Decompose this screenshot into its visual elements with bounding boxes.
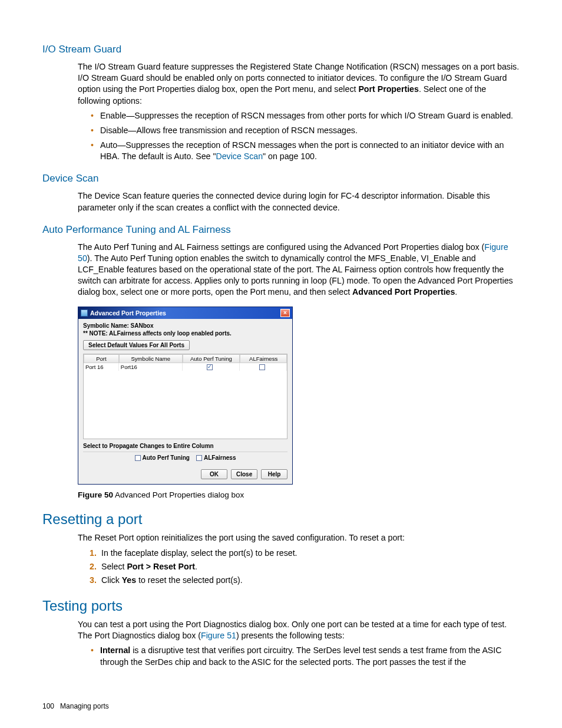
cell-alfairness bbox=[240, 363, 287, 371]
advanced-port-properties-bold: Advanced Port Properties bbox=[352, 287, 455, 297]
heading-testing-ports: Testing ports bbox=[42, 598, 520, 614]
resetting-steps: In the faceplate display, select the por… bbox=[90, 548, 520, 587]
close-button[interactable]: Close bbox=[231, 469, 257, 479]
dialog-titlebar: Advanced Port Properties × bbox=[78, 307, 292, 319]
device-scan-link[interactable]: Device Scan bbox=[216, 151, 263, 161]
col-header-port[interactable]: Port bbox=[84, 354, 119, 363]
cell-auto-perf-tuning bbox=[183, 363, 240, 371]
propagate-auto-perf-label: Auto Perf Tuning bbox=[143, 454, 190, 461]
device-scan-body: The Device Scan feature queries the conn… bbox=[78, 190, 520, 213]
step-item: In the faceplate display, select the por… bbox=[90, 548, 520, 559]
page-footer: 100Managing ports bbox=[42, 702, 109, 710]
testing-body: You can test a port using the Port Diagn… bbox=[78, 619, 520, 668]
device-scan-para: The Device Scan feature queries the conn… bbox=[78, 190, 520, 213]
col-header-alfairness[interactable]: ALFairness bbox=[240, 354, 287, 363]
step-item: Select Port > Reset Port. bbox=[90, 561, 520, 572]
text-span: is a disruptive test that verifies port … bbox=[100, 645, 502, 666]
heading-resetting-a-port: Resetting a port bbox=[42, 511, 520, 528]
dialog-body: Symbolic Name: SANbox ** NOTE: ALFairnes… bbox=[78, 319, 292, 485]
select-defaults-button[interactable]: Select Default Values For All Ports bbox=[83, 340, 190, 350]
col-header-symbolic-name[interactable]: Symbolic Name bbox=[119, 354, 183, 363]
dialog-title-text: Advanced Port Properties bbox=[90, 309, 166, 317]
table-header-row: Port Symbolic Name Auto Perf Tuning ALFa… bbox=[84, 354, 287, 363]
propagate-auto-perf-checkbox[interactable] bbox=[135, 455, 141, 461]
heading-device-scan: Device Scan bbox=[42, 173, 520, 185]
list-item: Auto—Suppresses the reception of RSCN me… bbox=[91, 140, 520, 162]
dialog-figure-container: Advanced Port Properties × Symbolic Name… bbox=[78, 307, 520, 485]
footer-section: Managing ports bbox=[60, 702, 109, 710]
io-stream-guard-para: The I/O Stream Guard feature suppresses … bbox=[78, 61, 520, 107]
testing-list: Internal is a disruptive test that verif… bbox=[91, 645, 520, 667]
alfairness-checkbox[interactable] bbox=[259, 364, 265, 370]
ports-table: Port Symbolic Name Auto Perf Tuning ALFa… bbox=[83, 354, 287, 439]
auto-perf-tuning-checkbox[interactable] bbox=[207, 364, 213, 370]
table-empty-area bbox=[84, 371, 287, 439]
cell-symbolic-name: Port16 bbox=[119, 363, 183, 371]
figure-text: Advanced Port Properties dialog box bbox=[113, 490, 244, 499]
auto-perf-body: The Auto Perf Tuning and AL Fairness set… bbox=[78, 242, 520, 298]
figure-51-link[interactable]: Figure 51 bbox=[201, 631, 236, 640]
table-row: Port 16 Port16 bbox=[84, 363, 287, 371]
internal-bold: Internal bbox=[100, 645, 130, 655]
text-span: . bbox=[195, 562, 197, 571]
page-number: 100 bbox=[42, 702, 54, 710]
heading-io-stream-guard: I/O Stream Guard bbox=[42, 44, 520, 55]
text-span: . bbox=[455, 287, 457, 297]
advanced-port-properties-dialog: Advanced Port Properties × Symbolic Name… bbox=[78, 307, 293, 485]
text-span: Click bbox=[101, 575, 122, 585]
io-stream-guard-list: Enable—Suppresses the reception of RSCN … bbox=[91, 110, 520, 163]
list-item: Disable—Allows free transmission and rec… bbox=[91, 125, 520, 136]
menu-path-bold: Port > Reset Port bbox=[127, 562, 195, 571]
close-icon[interactable]: × bbox=[280, 309, 290, 317]
yes-bold: Yes bbox=[122, 575, 136, 585]
text-span: Select bbox=[101, 562, 127, 571]
io-stream-guard-body: The I/O Stream Guard feature suppresses … bbox=[78, 61, 520, 162]
resetting-intro: The Reset Port option reinitializes the … bbox=[78, 532, 520, 543]
help-button[interactable]: Help bbox=[261, 469, 287, 479]
text-span: The Auto Perf Tuning and AL Fairness set… bbox=[78, 242, 484, 252]
dialog-button-row: OK Close Help bbox=[83, 469, 287, 479]
heading-auto-perf: Auto Performance Tuning and AL Fairness bbox=[42, 224, 520, 236]
port-properties-bold: Port Properties bbox=[358, 84, 419, 94]
ok-button[interactable]: OK bbox=[201, 469, 227, 479]
figure-50-caption: Figure 50 Advanced Port Properties dialo… bbox=[78, 490, 520, 499]
text-span: " on page 100. bbox=[263, 151, 317, 161]
resetting-body: The Reset Port option reinitializes the … bbox=[78, 532, 520, 586]
cell-port: Port 16 bbox=[84, 363, 119, 371]
step-item: Click Yes to reset the selected port(s). bbox=[90, 575, 520, 586]
col-header-auto-perf-tuning[interactable]: Auto Perf Tuning bbox=[183, 354, 240, 363]
figure-label: Figure 50 bbox=[78, 490, 113, 499]
propagate-alfairness-label: ALFairness bbox=[204, 454, 236, 461]
auto-perf-para: The Auto Perf Tuning and AL Fairness set… bbox=[78, 242, 520, 298]
propagate-row: Auto Perf Tuning ALFairness bbox=[83, 452, 287, 461]
text-span: to reset the selected port(s). bbox=[136, 575, 243, 585]
text-span: ) presents the following tests: bbox=[236, 631, 345, 640]
propagate-alfairness-checkbox[interactable] bbox=[196, 455, 202, 461]
list-item: Internal is a disruptive test that verif… bbox=[91, 645, 520, 667]
alfairness-note: ** NOTE: ALFairness affects only loop en… bbox=[83, 330, 287, 337]
list-item: Enable—Suppresses the reception of RSCN … bbox=[91, 110, 520, 121]
dialog-icon bbox=[81, 309, 88, 317]
propagate-label: Select to Propagate Changes to Entire Co… bbox=[83, 443, 287, 449]
symbolic-name-label: Symbolic Name: SANbox bbox=[83, 322, 287, 329]
testing-para: You can test a port using the Port Diagn… bbox=[78, 619, 520, 641]
